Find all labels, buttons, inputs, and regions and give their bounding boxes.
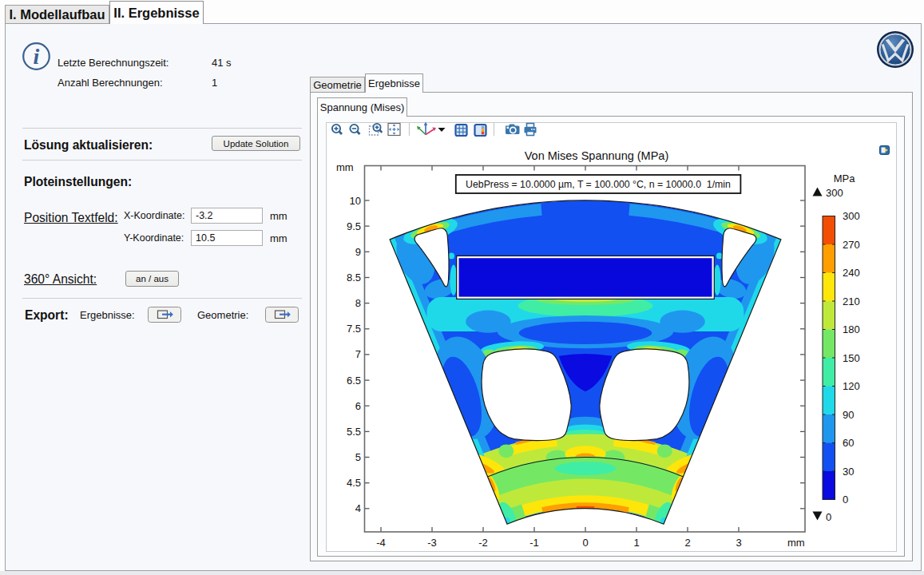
svg-text:6.5: 6.5: [347, 375, 361, 387]
svg-text:90: 90: [843, 409, 854, 421]
svg-text:4.5: 4.5: [347, 477, 361, 489]
svg-text:30: 30: [843, 466, 854, 478]
svg-text:4: 4: [355, 502, 361, 514]
svg-text:9.5: 9.5: [347, 220, 361, 232]
svg-text:2: 2: [684, 537, 690, 549]
svg-text:270: 270: [843, 239, 860, 251]
svg-text:210: 210: [843, 295, 860, 307]
svg-text:150: 150: [843, 352, 860, 364]
svg-text:5.5: 5.5: [347, 426, 361, 438]
svg-text:mm: mm: [336, 161, 354, 173]
svg-text:60: 60: [843, 437, 854, 449]
svg-text:0: 0: [843, 494, 848, 506]
svg-text:10: 10: [350, 195, 361, 207]
svg-text:9: 9: [355, 246, 361, 258]
svg-text:5: 5: [355, 451, 361, 463]
svg-text:7: 7: [355, 348, 361, 360]
svg-text:240: 240: [843, 267, 860, 279]
svg-text:Von Mises Spannung (MPa): Von Mises Spannung (MPa): [525, 149, 669, 162]
svg-text:300: 300: [826, 187, 843, 199]
svg-text:i: i: [34, 44, 40, 69]
svg-text:180: 180: [843, 323, 860, 335]
svg-text:UebPress = 10.0000 µm, T = 100: UebPress = 10.0000 µm, T = 100.000 °C, n…: [466, 179, 731, 190]
svg-text:0: 0: [826, 511, 831, 523]
svg-text:300: 300: [843, 210, 860, 222]
svg-text:0: 0: [582, 537, 588, 549]
svg-text:-1: -1: [529, 537, 539, 549]
svg-text:1: 1: [633, 537, 639, 549]
svg-text:mm: mm: [787, 537, 805, 549]
svg-text:-3: -3: [427, 537, 437, 549]
svg-text:7.5: 7.5: [347, 323, 361, 335]
svg-text:120: 120: [843, 380, 860, 392]
svg-text:3: 3: [736, 537, 741, 549]
svg-text:8: 8: [355, 297, 361, 309]
svg-text:8.5: 8.5: [347, 272, 361, 284]
svg-text:MPa: MPa: [834, 172, 856, 184]
svg-text:6: 6: [355, 400, 361, 412]
svg-text:-2: -2: [478, 537, 488, 549]
svg-text:-4: -4: [376, 537, 386, 549]
